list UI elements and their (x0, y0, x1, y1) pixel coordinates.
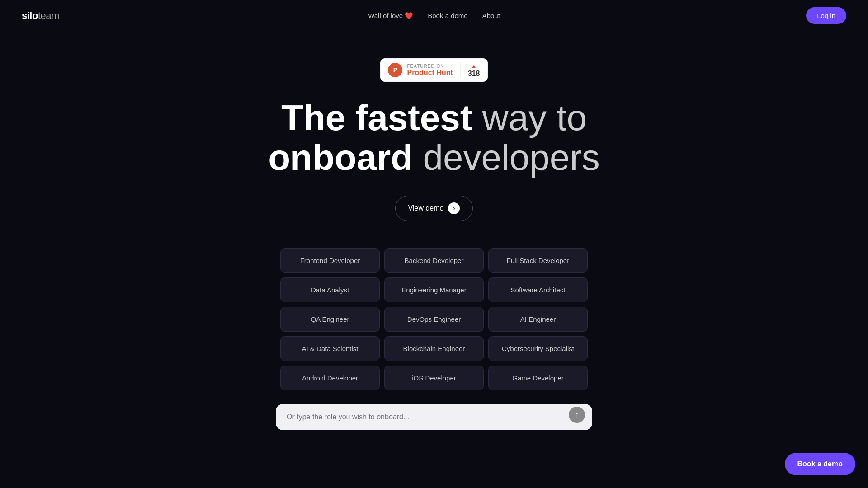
product-hunt-count-block: ▲ 318 (468, 62, 480, 78)
hero-headline: The fastest way to onboard developers (268, 98, 600, 178)
product-hunt-name: Product Hunt (407, 69, 453, 77)
nav-book-demo[interactable]: Book a demo (428, 12, 467, 19)
role-button[interactable]: AI & Data Scientist (280, 336, 380, 361)
nav-about[interactable]: About (482, 12, 500, 19)
search-input[interactable] (287, 413, 565, 421)
logo-light: team (38, 10, 59, 21)
logo-bold: silo (22, 10, 38, 21)
role-button[interactable]: Full Stack Developer (488, 248, 588, 273)
product-hunt-featured-label: FEATURED ON (407, 64, 444, 69)
role-button[interactable]: Data Analyst (280, 277, 380, 302)
role-button[interactable]: Backend Developer (384, 248, 484, 273)
role-grid: Frontend DeveloperBackend DeveloperFull … (280, 248, 588, 390)
headline-developers: developers (423, 137, 599, 178)
search-submit-button[interactable]: ↑ (569, 407, 585, 423)
headline-fastest: The fastest (281, 98, 472, 138)
role-button[interactable]: DevOps Engineer (384, 307, 484, 332)
product-hunt-logo: P (388, 63, 402, 77)
role-button[interactable]: Game Developer (488, 366, 588, 390)
product-hunt-count: 318 (468, 70, 480, 78)
search-container: ↑ (276, 404, 592, 430)
headline-way-to: way to (482, 98, 587, 138)
nav-about-label: About (482, 12, 500, 19)
role-button[interactable]: Android Developer (280, 366, 380, 390)
product-hunt-divider (460, 63, 461, 77)
upvote-arrow-icon: ▲ (471, 62, 477, 70)
role-button[interactable]: Frontend Developer (280, 248, 380, 273)
product-hunt-badge[interactable]: P FEATURED ON Product Hunt ▲ 318 (380, 58, 487, 82)
role-button[interactable]: QA Engineer (280, 307, 380, 332)
logo: siloteam (22, 10, 59, 22)
headline-onboard: onboard (268, 137, 413, 178)
nav-links: Wall of love ❤️ Book a demo About (368, 12, 500, 20)
arrow-right-icon: › (448, 202, 460, 214)
role-button[interactable]: Blockchain Engineer (384, 336, 484, 361)
arrow-up-icon: ↑ (575, 411, 579, 419)
nav-wall-of-love-label: Wall of love ❤️ (368, 12, 413, 20)
product-hunt-text: FEATURED ON Product Hunt (407, 64, 453, 77)
nav-wall-of-love[interactable]: Wall of love ❤️ (368, 12, 413, 20)
view-demo-button[interactable]: View demo › (395, 196, 473, 221)
nav-book-demo-label: Book a demo (428, 12, 467, 19)
role-button[interactable]: Cybersecurity Specialist (488, 336, 588, 361)
hero-section: P FEATURED ON Product Hunt ▲ 318 The fas… (0, 31, 868, 448)
fixed-book-demo-button[interactable]: Book a demo (785, 453, 855, 475)
role-button[interactable]: AI Engineer (488, 307, 588, 332)
login-button[interactable]: Log in (806, 7, 846, 24)
role-button[interactable]: iOS Developer (384, 366, 484, 390)
view-demo-label: View demo (408, 204, 444, 212)
role-button[interactable]: Engineering Manager (384, 277, 484, 302)
role-button[interactable]: Software Architect (488, 277, 588, 302)
navbar: siloteam Wall of love ❤️ Book a demo Abo… (0, 0, 868, 31)
